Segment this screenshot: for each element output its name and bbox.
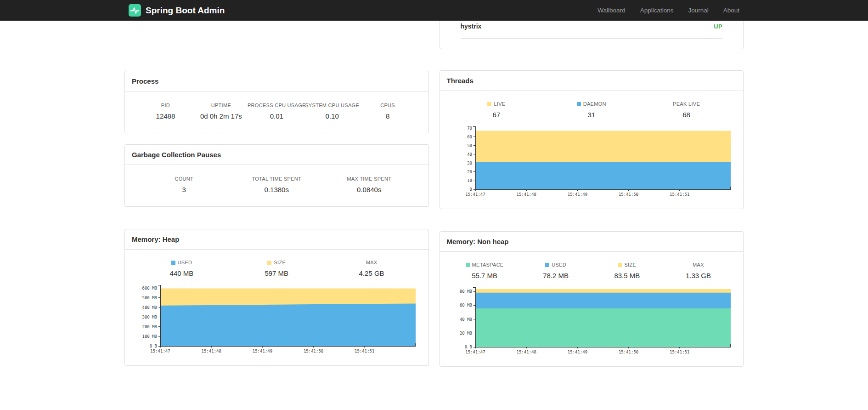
nav-item-journal[interactable]: Journal — [688, 7, 708, 14]
svg-text:500 MB: 500 MB — [142, 296, 157, 300]
legend-swatch-size-icon — [267, 261, 271, 265]
stat-threads-live: LIVE 67 — [449, 101, 544, 119]
svg-text:200 MB: 200 MB — [142, 325, 157, 329]
gc-panel: Garbage Collection Pauses COUNT 3 TOTAL … — [124, 144, 429, 207]
stat-heap-size: SIZE 597 MB — [229, 260, 324, 277]
nav-item-applications[interactable]: Applications — [640, 7, 674, 14]
stat-nonheap-size: SIZE 83.5 MB — [592, 262, 663, 279]
svg-text:60: 60 — [467, 135, 472, 139]
hystrix-label: hystrix — [461, 23, 482, 30]
stat-nonheap-used: USED 78.2 MB — [520, 262, 592, 279]
legend-swatch-used-icon — [171, 261, 175, 265]
svg-text:15:41:51: 15:41:51 — [355, 349, 374, 353]
gc-panel-title: Garbage Collection Pauses — [125, 145, 428, 165]
threads-panel-title: Threads — [440, 71, 744, 91]
svg-text:20: 20 — [467, 170, 472, 174]
status-badge: UP — [714, 23, 722, 30]
svg-text:0 B: 0 B — [464, 345, 472, 349]
navbar-inner: Spring Boot Admin Wallboard Applications… — [122, 0, 746, 21]
svg-text:10: 10 — [467, 178, 472, 183]
process-panel: Process PID 12488 UPTIME 0d 0h 2m 17s PR… — [124, 71, 429, 133]
legend-swatch-size-icon — [618, 263, 622, 267]
stat-process-cpu: PROCESS CPU USAGE 0.01 — [249, 102, 304, 120]
left-column: Process PID 12488 UPTIME 0d 0h 2m 17s PR… — [124, 71, 429, 366]
svg-text:80 MB: 80 MB — [459, 289, 472, 294]
stat-cpus: CPUS 8 — [360, 102, 416, 120]
dashboard: Process PID 12488 UPTIME 0d 0h 2m 17s PR… — [124, 71, 744, 399]
stat-threads-daemon: DAEMON 31 — [544, 101, 639, 119]
svg-text:15:41:48: 15:41:48 — [516, 350, 536, 354]
stat-gc-count: COUNT 3 — [138, 176, 231, 194]
memory-heap-legend: USED 440 MB SIZE 597 MB MAX 4.25 GB — [125, 250, 428, 282]
legend-swatch-used-icon — [545, 263, 549, 267]
stat-gc-max-time: MAX TIME SPENT 0.0840s — [323, 176, 416, 194]
legend-swatch-live-icon — [487, 102, 491, 106]
svg-text:15:41:51: 15:41:51 — [670, 192, 689, 197]
svg-text:70: 70 — [467, 126, 472, 131]
memory-nonheap-legend: METASPACE 55.7 MB USED 78.2 MB SIZE — [440, 252, 744, 284]
svg-text:15:41:51: 15:41:51 — [670, 350, 689, 354]
svg-text:40 MB: 40 MB — [459, 317, 472, 322]
brand-logo-icon — [129, 4, 141, 17]
threads-legend: LIVE 67 DAEMON 31 PEAK LIVE 68 — [440, 91, 744, 123]
svg-text:15:41:50: 15:41:50 — [304, 349, 323, 353]
brand-title: Spring Boot Admin — [146, 6, 225, 16]
svg-text:15:41:47: 15:41:47 — [150, 349, 170, 353]
svg-text:400 MB: 400 MB — [142, 305, 157, 310]
hystrix-panel-spacer — [461, 39, 723, 49]
legend-swatch-metaspace-icon — [466, 263, 470, 267]
svg-text:0: 0 — [469, 187, 472, 192]
svg-text:40: 40 — [467, 152, 472, 157]
nav-item-wallboard[interactable]: Wallboard — [597, 7, 625, 14]
memory-nonheap-panel-title: Memory: Non heap — [440, 232, 744, 252]
svg-text:15:41:48: 15:41:48 — [516, 192, 536, 197]
stat-uptime: UPTIME 0d 0h 2m 17s — [193, 102, 249, 120]
svg-text:300 MB: 300 MB — [142, 315, 157, 319]
memory-nonheap-chart: 0 B20 MB40 MB60 MB80 MB15:41:4715:41:481… — [447, 285, 735, 357]
threads-chart: 01020304050607015:41:4715:41:4815:41:491… — [447, 124, 735, 199]
stat-system-cpu: SYSTEM CPU USAGE 0.10 — [304, 102, 360, 120]
stat-gc-total-time: TOTAL TIME SPENT 0.1380s — [231, 176, 323, 194]
legend-swatch-daemon-icon — [577, 102, 581, 106]
memory-heap-panel-title: Memory: Heap — [125, 229, 428, 250]
stat-nonheap-max: MAX 1.33 GB — [663, 262, 734, 279]
stat-nonheap-metaspace: METASPACE 55.7 MB — [449, 262, 520, 279]
svg-text:20 MB: 20 MB — [459, 331, 472, 336]
svg-text:15:41:50: 15:41:50 — [618, 192, 638, 197]
svg-text:15:41:48: 15:41:48 — [202, 349, 221, 353]
svg-text:15:41:47: 15:41:47 — [465, 192, 485, 197]
brand[interactable]: Spring Boot Admin — [129, 4, 225, 17]
svg-text:15:41:47: 15:41:47 — [465, 350, 485, 354]
memory-heap-chart-wrap: 0 B100 MB200 MB300 MB400 MB500 MB600 MB1… — [125, 282, 428, 365]
memory-nonheap-panel: Memory: Non heap METASPACE 55.7 MB USED … — [440, 231, 744, 367]
memory-heap-chart: 0 B100 MB200 MB300 MB400 MB500 MB600 MB1… — [132, 283, 420, 356]
svg-text:0 B: 0 B — [150, 344, 157, 348]
gc-stats: COUNT 3 TOTAL TIME SPENT 0.1380s MAX TIM… — [125, 165, 428, 206]
svg-text:15:41:49: 15:41:49 — [567, 350, 587, 354]
svg-text:50: 50 — [467, 143, 472, 148]
right-column: hystrix UP Threads LIVE 67 — [440, 71, 744, 367]
svg-text:600 MB: 600 MB — [142, 286, 157, 290]
memory-heap-panel: Memory: Heap USED 440 MB SIZE 597 MB — [124, 229, 429, 366]
threads-panel: Threads LIVE 67 DAEMON 31 — [440, 70, 744, 209]
svg-text:15:41:50: 15:41:50 — [618, 350, 638, 354]
svg-text:100 MB: 100 MB — [142, 334, 157, 339]
svg-text:60 MB: 60 MB — [459, 303, 472, 308]
process-stats: PID 12488 UPTIME 0d 0h 2m 17s PROCESS CP… — [125, 91, 428, 133]
nav-item-about[interactable]: About — [723, 7, 739, 14]
stat-heap-max: MAX 4.25 GB — [324, 260, 419, 277]
stat-heap-used: USED 440 MB — [134, 260, 229, 277]
navbar: Spring Boot Admin Wallboard Applications… — [0, 0, 868, 21]
svg-text:15:41:49: 15:41:49 — [253, 349, 272, 353]
process-panel-title: Process — [125, 71, 428, 91]
stat-pid: PID 12488 — [138, 102, 193, 120]
memory-nonheap-chart-wrap: 0 B20 MB40 MB60 MB80 MB15:41:4715:41:481… — [440, 284, 744, 366]
svg-text:15:41:49: 15:41:49 — [567, 192, 587, 197]
stat-threads-peak-live: PEAK LIVE 68 — [639, 101, 734, 119]
svg-text:30: 30 — [467, 161, 472, 165]
threads-chart-wrap: 01020304050607015:41:4715:41:4815:41:491… — [440, 123, 744, 209]
nav-links: Wallboard Applications Journal About — [597, 7, 739, 14]
